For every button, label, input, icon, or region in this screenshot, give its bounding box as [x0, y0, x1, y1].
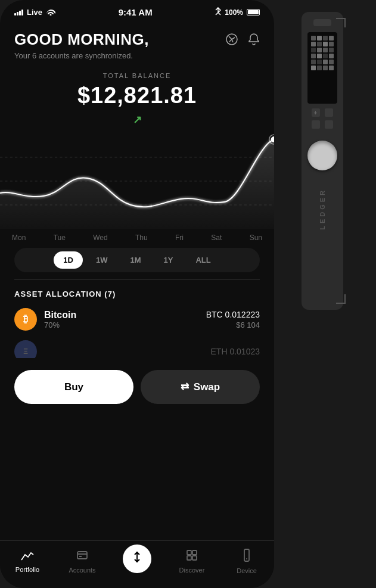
- asset-percentage: 70%: [44, 321, 76, 329]
- device-screen: [307, 32, 337, 104]
- status-bar: Live 9:41 AM 100%: [0, 0, 274, 21]
- dp14: [317, 54, 322, 58]
- svg-rect-5: [77, 552, 87, 559]
- signal-bar-4: [21, 10, 23, 15]
- portfolio-nav-label: Portfolio: [15, 566, 39, 573]
- time-btn-1y[interactable]: 1Y: [154, 251, 183, 269]
- nav-transfer[interactable]: [110, 545, 164, 579]
- device-body: + LEDGER: [302, 12, 343, 310]
- dp7: [323, 42, 328, 46]
- greeting-section: GOOD MORNING, Your 6 accounts are synchr…: [14, 30, 149, 60]
- greeting-title: GOOD MORNING,: [14, 30, 149, 49]
- eth-asset-right: ETH 0.01023: [211, 347, 260, 356]
- corner-bracket-tr: [336, 18, 346, 27]
- signal-bar-3: [19, 11, 21, 15]
- nav-discover[interactable]: Discover: [164, 549, 219, 574]
- bluetooth-icon: [215, 7, 221, 17]
- portfolio-nav-icon: [21, 550, 34, 564]
- dp4: [329, 36, 334, 41]
- dp18: [317, 60, 322, 64]
- bitcoin-icon: ₿: [14, 308, 37, 331]
- time-btn-1d[interactable]: 1D: [54, 251, 83, 269]
- day-fri: Fri: [175, 234, 184, 242]
- dp21: [311, 66, 316, 70]
- section-divider: [14, 279, 260, 280]
- dp15: [323, 54, 328, 58]
- dp20: [329, 60, 334, 64]
- swap-button[interactable]: ⇄ Swap: [141, 370, 260, 404]
- dp5: [311, 42, 316, 46]
- bottom-nav: Portfolio Accounts: [0, 540, 274, 588]
- device-mid-buttons: +: [312, 108, 333, 117]
- dp8: [329, 42, 334, 46]
- nav-portfolio[interactable]: Portfolio: [0, 550, 55, 573]
- day-sun: Sun: [250, 234, 262, 242]
- asset-section: ASSET ALLOCATION (7) ₿ Bitcoin 70% BTC 0…: [0, 285, 274, 363]
- time-btn-all[interactable]: ALL: [186, 251, 220, 269]
- balance-section: TOTAL BALANCE $12,821.81 ↗: [0, 65, 274, 126]
- header-icons: [225, 30, 260, 49]
- day-sat: Sat: [211, 234, 222, 242]
- asset-name: Bitcoin: [44, 310, 76, 321]
- portfolio-icon[interactable]: [225, 33, 238, 49]
- eth-amount: ETH 0.01023: [211, 347, 260, 356]
- time-btn-1m[interactable]: 1M: [120, 251, 150, 269]
- dp22: [317, 66, 322, 70]
- nav-accounts[interactable]: Accounts: [55, 549, 110, 574]
- svg-rect-10: [192, 550, 197, 555]
- eth-asset-left: Ξ: [14, 340, 37, 358]
- device-btn-check: [325, 120, 333, 129]
- dp19: [323, 60, 328, 64]
- dp24: [329, 66, 334, 70]
- day-mon: Mon: [12, 234, 26, 242]
- change-arrow: ↗: [133, 113, 142, 126]
- swap-icon: ⇄: [181, 381, 189, 393]
- battery-percentage: 100%: [225, 8, 243, 17]
- ledger-hardware-device: + LEDGER: [274, 0, 376, 588]
- device-container: + LEDGER: [302, 12, 349, 310]
- status-right: 100%: [215, 7, 260, 17]
- dp9: [311, 48, 316, 52]
- discover-nav-label: Discover: [179, 567, 205, 574]
- ledger-brand-text: LEDGER: [319, 188, 326, 230]
- greeting-subtitle: Your 6 accounts are synchronized.: [14, 51, 149, 60]
- asset-fiat-value: $6 104: [206, 321, 260, 329]
- chart-day-labels: Mon Tue Wed Thu Fri Sat Sun: [0, 234, 274, 242]
- dp10: [317, 48, 322, 52]
- transfer-center-button[interactable]: [123, 545, 151, 573]
- dp17: [311, 60, 316, 64]
- signal-bar-2: [17, 12, 18, 15]
- nav-device[interactable]: Device: [219, 549, 274, 574]
- signal-bars: [14, 10, 23, 15]
- time-btn-1w[interactable]: 1W: [86, 251, 117, 269]
- buy-button[interactable]: Buy: [14, 370, 133, 404]
- accounts-nav-label: Accounts: [69, 567, 95, 574]
- day-tue: Tue: [54, 234, 66, 242]
- balance-label: TOTAL BALANCE: [14, 72, 260, 79]
- battery-fill: [248, 10, 259, 14]
- dp2: [317, 36, 322, 41]
- asset-right: BTC 0.012223 $6 104: [206, 310, 260, 329]
- asset-info: Bitcoin 70%: [44, 310, 76, 329]
- day-thu: Thu: [135, 234, 148, 242]
- chart-line: [0, 139, 274, 207]
- day-wed: Wed: [93, 234, 107, 242]
- time-selector: 1D 1W 1M 1Y ALL: [14, 248, 260, 272]
- dp16: [329, 54, 334, 58]
- device-bottom-buttons: [312, 120, 333, 129]
- device-btn-icon: [325, 108, 333, 117]
- swap-label: Swap: [194, 381, 220, 393]
- status-time: 9:41 AM: [119, 7, 153, 17]
- next-asset-hint: Ξ ETH 0.01023: [14, 340, 260, 358]
- bitcoin-asset-item[interactable]: ₿ Bitcoin 70% BTC 0.012223 $6 104: [14, 308, 260, 331]
- main-content: GOOD MORNING, Your 6 accounts are synchr…: [0, 21, 274, 588]
- carrier-label: Live: [27, 8, 42, 17]
- device-nav-icon: [241, 549, 252, 565]
- dp12: [329, 48, 334, 52]
- transfer-icon: [131, 551, 143, 566]
- device-btn-down: [312, 120, 320, 129]
- notification-icon[interactable]: [248, 33, 260, 49]
- chart-section: Mon Tue Wed Thu Fri Sat Sun: [0, 133, 274, 241]
- eth-asset-item: Ξ ETH 0.01023: [14, 340, 260, 358]
- device-icon-grid: [311, 36, 334, 70]
